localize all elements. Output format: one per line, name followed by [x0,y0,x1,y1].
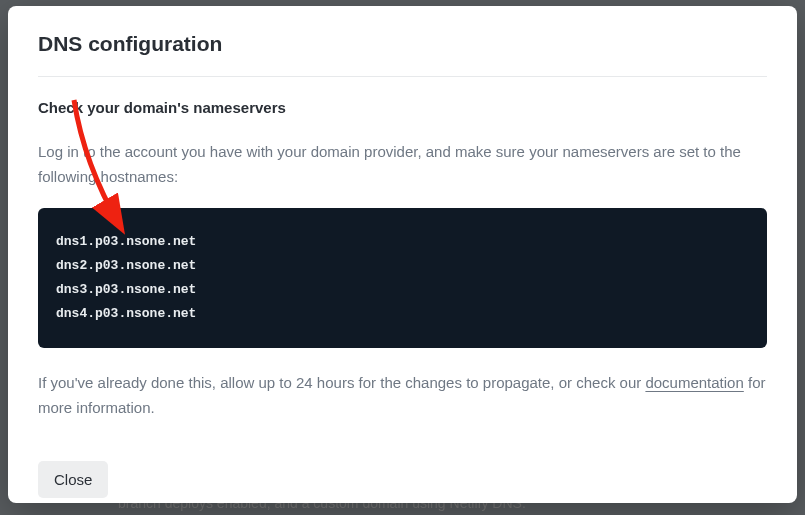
nameserver-code-block: dns1.p03.nsone.net dns2.p03.nsone.net dn… [38,208,767,348]
nameserver-line: dns3.p03.nsone.net [56,278,749,302]
documentation-link[interactable]: documentation [645,374,743,391]
intro-paragraph: Log in to the account you have with your… [38,140,767,190]
nameserver-line: dns4.p03.nsone.net [56,302,749,326]
section-heading: Check your domain's nameservers [38,99,767,116]
close-button[interactable]: Close [38,461,108,498]
nameserver-line: dns1.p03.nsone.net [56,230,749,254]
followup-pre: If you've already done this, allow up to… [38,374,645,391]
followup-paragraph: If you've already done this, allow up to… [38,370,767,421]
modal-title: DNS configuration [38,32,767,77]
nameserver-line: dns2.p03.nsone.net [56,254,749,278]
dns-config-modal: DNS configuration Check your domain's na… [8,6,797,503]
